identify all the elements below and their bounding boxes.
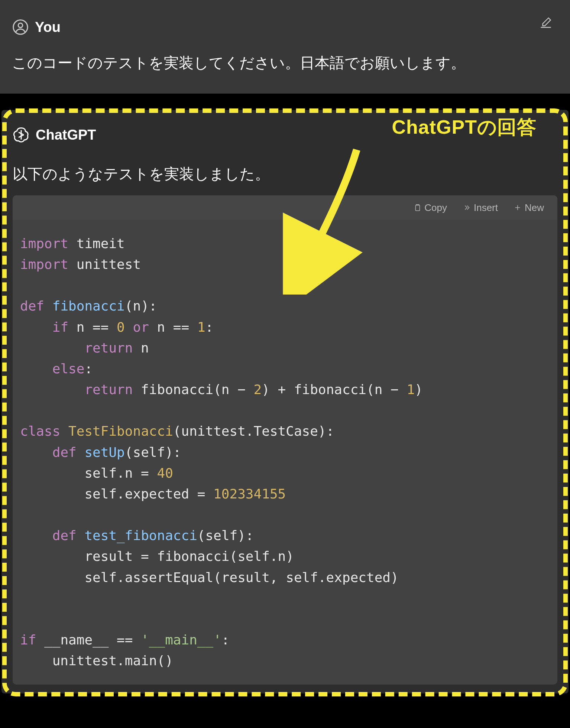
new-button[interactable]: New bbox=[514, 202, 544, 214]
svg-point-1 bbox=[18, 23, 23, 27]
user-message-text: このコードのテストを実装してください。日本語でお願いします。 bbox=[12, 51, 558, 74]
user-message-block: You このコードのテストを実装してください。日本語でお願いします。 bbox=[0, 0, 570, 94]
copy-label: Copy bbox=[424, 202, 447, 214]
plus-icon bbox=[514, 204, 522, 212]
assistant-message-block: ChatGPT 以下のようなテストを実装しました。 Copy bbox=[1, 110, 569, 693]
copy-button[interactable]: Copy bbox=[413, 202, 447, 214]
chevrons-right-icon bbox=[463, 204, 471, 212]
insert-label: Insert bbox=[474, 202, 498, 214]
insert-button[interactable]: Insert bbox=[463, 202, 498, 214]
svg-rect-2 bbox=[416, 205, 420, 211]
user-icon bbox=[12, 19, 29, 36]
clipboard-icon bbox=[413, 204, 421, 212]
new-label: New bbox=[525, 202, 544, 214]
user-role-label: You bbox=[35, 19, 61, 35]
code-toolbar: Copy Insert New bbox=[13, 195, 557, 220]
code-block: Copy Insert New import bbox=[13, 195, 557, 685]
chatgpt-logo-icon bbox=[13, 126, 30, 143]
assistant-intro-text: 以下のようなテストを実装しました。 bbox=[13, 164, 557, 184]
assistant-role-label: ChatGPT bbox=[36, 127, 96, 143]
edit-icon[interactable] bbox=[540, 16, 552, 30]
annotation-label: ChatGPTの回答 bbox=[392, 114, 537, 140]
code-content[interactable]: import timeit import unittest def fibona… bbox=[13, 220, 557, 685]
